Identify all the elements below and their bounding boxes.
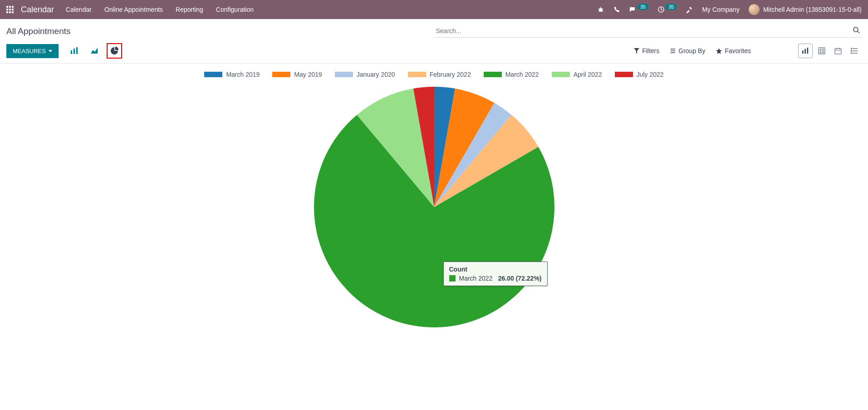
legend-item-1[interactable]: May 2019 [272,71,322,78]
star-icon [716,48,722,54]
main-nav: Calendar Online Appointments Reporting C… [66,6,254,13]
filters-label: Filters [642,47,659,54]
chart-tooltip: Count March 2022 26.00 (72.22%) [443,262,548,286]
page-title: All Appointments [6,26,71,36]
tooltip-value: 26.00 (72.22%) [498,275,542,282]
svg-rect-5 [76,47,78,54]
avatar-icon [749,4,760,15]
swatch-icon [204,72,222,77]
chart-legend: March 2019 May 2019 January 2020 Februar… [204,71,663,78]
activities-icon[interactable]: 35 [657,6,677,13]
favorites-label: Favorites [725,47,751,54]
svg-rect-4 [74,49,75,54]
svg-rect-3 [71,50,72,54]
legend-item-3[interactable]: February 2022 [408,71,471,78]
swatch-icon [484,72,502,77]
svg-rect-9 [819,48,825,54]
swatch-icon [615,72,633,77]
tools-icon[interactable] [686,6,693,13]
search-options: Filters Group By Favorites [634,44,862,58]
search-icon[interactable] [853,26,860,34]
svg-point-0 [599,8,603,12]
pie-chart-icon[interactable] [107,43,122,59]
swatch-icon [335,72,353,77]
groupby-button[interactable]: Group By [670,47,705,54]
phone-icon[interactable] [613,6,620,13]
tooltip-title: Count [449,266,542,273]
swatch-icon [552,72,570,77]
company-selector[interactable]: My Company [702,6,739,13]
filter-icon [634,48,639,54]
app-name: Calendar [21,5,54,15]
nav-calendar[interactable]: Calendar [66,6,92,13]
legend-item-6[interactable]: July 2022 [615,71,664,78]
bug-icon[interactable] [597,6,604,13]
nav-online-appointments[interactable]: Online Appointments [104,6,163,13]
app-header: Calendar Calendar Online Appointments Re… [0,0,868,19]
pivot-view-icon[interactable] [814,44,829,58]
calendar-view-icon[interactable] [831,44,845,58]
svg-rect-6 [802,50,804,54]
search-input[interactable] [434,25,862,38]
swatch-icon [272,72,290,77]
messages-badge: 35 [638,4,648,10]
list-icon [670,48,676,54]
groupby-label: Group By [678,47,705,54]
search-wrap [434,25,862,38]
svg-rect-7 [804,49,806,54]
nav-configuration[interactable]: Configuration [216,6,254,13]
legend-item-2[interactable]: January 2020 [335,71,395,78]
list-view-icon[interactable] [847,44,862,58]
bar-chart-icon[interactable] [67,43,82,59]
svg-point-2 [853,27,858,32]
measures-button[interactable]: MEASURES [6,44,59,58]
apps-grid-icon[interactable] [6,6,14,13]
view-switcher [798,44,862,58]
line-chart-icon[interactable] [87,43,102,59]
tooltip-label: March 2022 [459,275,493,282]
pie-chart[interactable]: Count March 2022 26.00 (72.22%) [312,84,557,330]
header-right: 35 35 My Company Mitchell Admin (1385309… [597,4,862,15]
legend-item-0[interactable]: March 2019 [204,71,260,78]
swatch-icon [449,275,456,282]
messages-icon[interactable]: 35 [629,6,648,13]
svg-point-12 [851,50,852,51]
filters-button[interactable]: Filters [634,47,659,54]
chevron-down-icon [49,50,52,52]
measures-label: MEASURES [13,48,46,54]
user-name: Mitchell Admin (13853091-15-0-all) [763,6,862,13]
chart-type-group [67,43,122,59]
activities-badge: 35 [666,4,677,10]
control-bar: All Appointments MEASURES [0,19,868,64]
user-menu[interactable]: Mitchell Admin (13853091-15-0-all) [749,4,862,15]
svg-rect-10 [835,49,841,54]
graph-view-icon[interactable] [798,44,813,58]
favorites-button[interactable]: Favorites [716,47,751,54]
legend-item-5[interactable]: April 2022 [552,71,602,78]
svg-rect-8 [807,48,809,54]
svg-point-11 [851,48,852,49]
chart-area: March 2019 May 2019 January 2020 Februar… [0,64,868,348]
legend-item-4[interactable]: March 2022 [484,71,539,78]
swatch-icon [408,72,426,77]
nav-reporting[interactable]: Reporting [176,6,203,13]
svg-point-13 [851,53,852,54]
